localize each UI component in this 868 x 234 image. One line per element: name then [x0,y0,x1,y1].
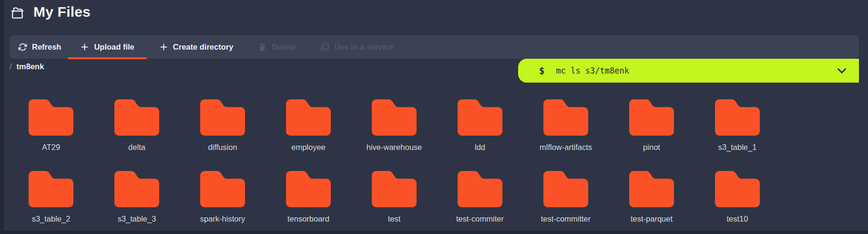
toolbar-button-label: Create directory [173,43,234,52]
command-bar[interactable]: $ mc ls s3/tm8enk [518,59,859,83]
folder-item[interactable]: delta [94,99,180,152]
folder-item[interactable]: pinot [609,99,694,152]
breadcrumb-root: / [10,62,12,71]
folder-icon [372,99,417,136]
toolbar-button-refresh[interactable]: Refresh [11,35,68,59]
plus-icon [159,43,168,52]
files-box-icon [10,5,25,20]
command-text: mc ls s3/tm8enk [556,66,629,75]
toolbar-button-use-in-a-service: Use in a service [308,35,406,59]
folder-name: AT29 [42,142,60,152]
folder-name: hive-warehouse [367,142,422,152]
folder-item[interactable]: test10 [694,171,780,223]
folder-item[interactable]: s3_table_2 [8,171,94,223]
toolbar-button-label: Delete [272,43,296,52]
folder-icon [114,99,159,136]
folder-item[interactable]: mlflow-artifacts [523,99,609,152]
chevron-down-icon[interactable] [837,68,847,74]
folder-icon [114,171,159,207]
folder-icon [715,99,760,136]
folder-name: s3_table_3 [118,214,156,223]
folder-name: test10 [727,214,748,223]
folder-icon [200,99,245,136]
folder-icon [629,99,674,136]
folder-icon [286,99,331,136]
folder-name: test-parquet [631,214,673,223]
breadcrumb-segment[interactable]: tm8enk [17,62,44,71]
folder-item[interactable]: test-commiter [437,171,523,223]
folder-icon [629,171,674,207]
folder-item[interactable]: AT29 [8,99,94,152]
folder-icon [29,99,73,136]
folder-item[interactable]: test-committer [523,171,609,223]
toolbar: RefreshUpload fileCreate directoryDelete… [10,35,859,59]
folder-name: tensorboard [287,214,329,223]
folder-item[interactable]: ldd [437,99,523,152]
folder-item[interactable]: s3_table_1 [694,99,780,152]
folder-name: test-committer [541,214,591,223]
folder-item[interactable]: tensorboard [266,171,351,223]
command-prompt: $ [539,65,544,76]
folder-icon [286,171,331,207]
folder-name: test [388,214,401,223]
folder-name: mlflow-artifacts [540,142,592,152]
folder-icon [543,171,588,207]
folder-name: test-commiter [456,214,504,223]
folder-name: spark-history [200,214,245,223]
refresh-icon [18,43,27,52]
toolbar-button-create-directory[interactable]: Create directory [147,35,246,59]
toolbar-button-label: Upload file [94,43,134,52]
plus-icon [80,43,89,52]
folder-icon [458,99,502,136]
folder-grid: AT29deltadiffusionemployeehive-warehouse… [8,99,780,223]
folder-name: pinot [643,142,660,152]
folder-item[interactable]: hive-warehouse [351,99,437,152]
toolbar-button-upload-file[interactable]: Upload file [68,35,146,59]
trash-icon [258,43,267,52]
folder-icon [458,171,502,207]
folder-name: ldd [475,142,485,152]
folder-name: employee [291,142,326,152]
toolbar-button-label: Use in a service [334,43,394,52]
folder-item[interactable]: diffusion [180,99,266,152]
folder-icon [200,171,245,207]
folder-item[interactable]: employee [266,99,351,152]
page-title: My Files [33,4,91,20]
folder-name: delta [128,142,145,152]
folder-item[interactable]: test-parquet [609,171,694,223]
content-panel: My Files RefreshUpload fileCreate direct… [4,0,868,231]
folder-item[interactable]: test [351,171,437,223]
folder-icon [543,99,588,136]
folder-item[interactable]: spark-history [180,171,266,223]
breadcrumb: / tm8enk [10,61,44,72]
folder-icon [715,171,760,207]
page-header: My Files [10,4,91,20]
folder-name: diffusion [208,142,237,152]
folder-icon [372,171,417,207]
folder-item[interactable]: s3_table_3 [94,171,180,223]
folder-icon [29,171,73,207]
copy-icon [320,43,329,52]
toolbar-button-delete: Delete [245,35,308,59]
toolbar-button-label: Refresh [32,43,61,52]
folder-name: s3_table_1 [718,142,757,152]
folder-name: s3_table_2 [32,214,71,223]
